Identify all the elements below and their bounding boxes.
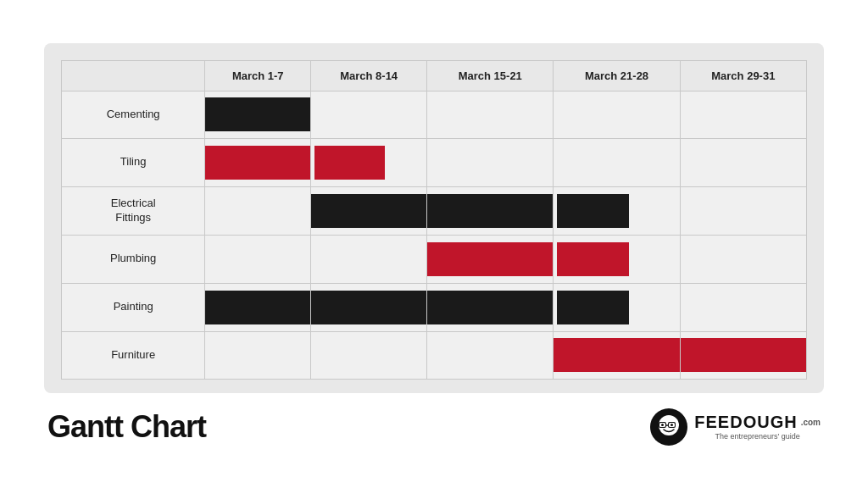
bar-cell xyxy=(427,283,554,331)
svg-point-7 xyxy=(661,424,664,426)
task-label-furniture: Furniture xyxy=(62,331,205,379)
bar-cell xyxy=(554,235,680,283)
svg-point-8 xyxy=(670,424,673,426)
table-row: Electrical Fittings xyxy=(62,186,807,235)
bar-black xyxy=(205,291,310,324)
task-label-tiling: Tiling xyxy=(62,138,205,186)
bar-red-partial xyxy=(314,146,385,180)
bar-red xyxy=(427,242,553,276)
bar-cell xyxy=(311,138,427,186)
bar-black-partial xyxy=(557,291,628,324)
col-header-0 xyxy=(62,60,205,91)
bar-red xyxy=(205,146,310,180)
bar-cell xyxy=(427,186,554,235)
logo-com: .com xyxy=(801,418,821,427)
bar-black xyxy=(311,194,426,228)
col-header-3: March 15-21 xyxy=(427,60,554,91)
empty-cell xyxy=(205,235,311,283)
task-label-electrical: Electrical Fittings xyxy=(62,186,205,235)
empty-cell xyxy=(680,235,806,283)
bar-cell xyxy=(554,186,680,235)
chart-container: March 1-7 March 8-14 March 15-21 March 2… xyxy=(44,43,824,393)
page-wrapper: March 1-7 March 8-14 March 15-21 March 2… xyxy=(0,0,868,488)
empty-cell xyxy=(680,138,806,186)
col-header-2: March 8-14 xyxy=(311,60,427,91)
bar-red xyxy=(554,338,679,372)
empty-cell xyxy=(680,186,806,235)
empty-cell xyxy=(680,91,806,138)
bar-red xyxy=(681,338,806,372)
table-row: Tiling xyxy=(62,138,807,186)
gantt-table: March 1-7 March 8-14 March 15-21 March 2… xyxy=(61,60,807,380)
bar-red-partial xyxy=(557,242,628,276)
empty-cell xyxy=(554,91,680,138)
bar-black xyxy=(311,291,426,324)
empty-cell xyxy=(205,331,311,379)
bar-cell xyxy=(205,138,311,186)
bar-cell xyxy=(427,235,554,283)
table-row: Cementing xyxy=(62,91,807,138)
svg-rect-4 xyxy=(666,424,668,426)
empty-cell xyxy=(554,138,680,186)
bottom-row: Gantt Chart xyxy=(44,408,824,446)
bar-cell xyxy=(554,283,680,331)
bar-black xyxy=(205,97,310,131)
bar-cell xyxy=(311,283,427,331)
task-label-plumbing: Plumbing xyxy=(62,235,205,283)
bar-black xyxy=(427,291,553,324)
logo-name: FEEDOUGH xyxy=(694,413,797,432)
empty-cell xyxy=(427,91,554,138)
feedough-logo-icon xyxy=(650,408,687,446)
empty-cell xyxy=(427,331,554,379)
col-header-5: March 29-31 xyxy=(680,60,806,91)
bar-cell xyxy=(205,91,311,138)
bar-cell xyxy=(554,331,680,379)
empty-cell xyxy=(311,91,427,138)
logo-tagline: The entrepreneurs' guide xyxy=(694,432,821,441)
empty-cell xyxy=(205,186,311,235)
table-row: Plumbing xyxy=(62,235,807,283)
table-row: Painting xyxy=(62,283,807,331)
col-header-1: March 1-7 xyxy=(205,60,311,91)
logo-name-row: FEEDOUGH .com xyxy=(694,413,821,432)
col-header-4: March 21-28 xyxy=(554,60,680,91)
empty-cell xyxy=(311,331,427,379)
bar-black-partial xyxy=(557,194,628,228)
task-label-cementing: Cementing xyxy=(62,91,205,138)
bar-black xyxy=(427,194,553,228)
task-label-painting: Painting xyxy=(62,283,205,331)
logo-container: FEEDOUGH .com The entrepreneurs' guide xyxy=(650,408,821,446)
bar-cell xyxy=(680,331,806,379)
bar-cell xyxy=(311,186,427,235)
chart-title: Gantt Chart xyxy=(47,409,206,445)
table-row: Furniture xyxy=(62,331,807,379)
bar-cell xyxy=(205,283,311,331)
empty-cell xyxy=(680,283,806,331)
logo-text-group: FEEDOUGH .com The entrepreneurs' guide xyxy=(694,413,821,441)
empty-cell xyxy=(427,138,554,186)
empty-cell xyxy=(311,235,427,283)
